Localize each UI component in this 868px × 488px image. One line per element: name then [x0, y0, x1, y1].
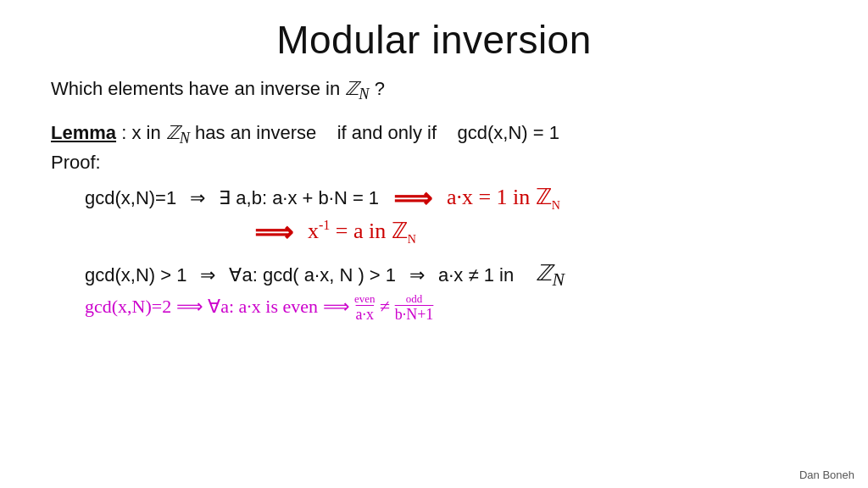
gcd2-red-arrow: ⟹	[254, 216, 301, 248]
gcd4-even-label: even	[354, 292, 376, 306]
gcd1-exists: ∃ a,b: a·x + b·N = 1	[219, 187, 379, 209]
gcd-line-4: gcd(x,N)=2 ⟹ ∀a: a·x is even ⟹ even a·x …	[85, 292, 817, 324]
gcd-line-1: gcd(x,N)=1 ⇒ ∃ a,b: a·x + b·N = 1 ⟹ a·x …	[85, 182, 817, 214]
gcd1-red-arrow: ⟹	[386, 182, 440, 214]
question-text: Which elements have an inverse in ℤN ?	[51, 78, 817, 103]
gcd2-handwritten: x-1 = a in ℤN	[308, 218, 416, 247]
gcd3-forall: ∀a: gcd( a·x, N ) > 1	[229, 264, 396, 286]
lemma-gcd: gcd(x,N) = 1	[458, 122, 559, 143]
gcd3-rhs: a·x ≠ 1 in	[438, 264, 529, 286]
gcd4-handwritten: gcd(x,N)=2 ⟹ ∀a: a·x is even ⟹ even a·x …	[85, 292, 433, 324]
gcd-line-2: ⟹ x-1 = a in ℤN	[254, 216, 817, 248]
lemma-line: Lemma : x in ℤN has an inverse if and on…	[51, 122, 817, 147]
proof-label: Proof:	[51, 152, 817, 174]
gcd3-lhs: gcd(x,N) > 1	[85, 264, 186, 286]
gcd1-lhs: gcd(x,N)=1	[85, 187, 176, 209]
gcd4-fraction: a·x	[356, 306, 375, 324]
gcd1-arrow: ⇒	[190, 187, 205, 209]
gcd-line-3: gcd(x,N) > 1 ⇒ ∀a: gcd( a·x, N ) > 1 ⇒ a…	[85, 260, 817, 291]
gcd3-zn: ℤN	[536, 260, 564, 291]
slide-container: Modular inversion Which elements have an…	[0, 0, 868, 488]
lemma-label: Lemma	[51, 122, 116, 143]
gcd4-odd-label: odd	[406, 292, 423, 306]
gcd1-handwritten: a·x = 1 in ℤN	[447, 184, 560, 213]
author-credit: Dan Boneh	[799, 469, 854, 481]
slide-title: Modular inversion	[51, 17, 817, 63]
